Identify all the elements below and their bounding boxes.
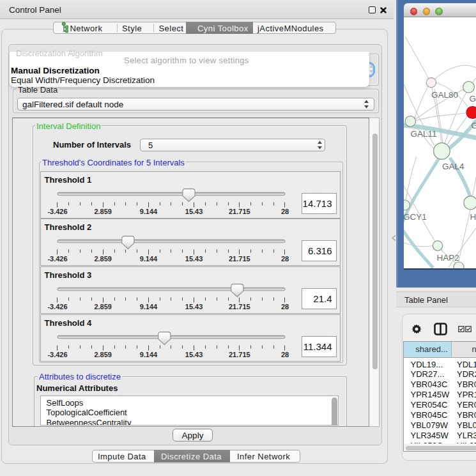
svg-text:G: G	[472, 121, 476, 130]
svg-text:21.715: 21.715	[229, 350, 250, 358]
svg-text:GAL11: GAL11	[411, 129, 437, 139]
svg-text:2.859: 2.859	[94, 207, 112, 215]
svg-text:GAL80: GAL80	[431, 90, 458, 100]
svg-text:15.43: 15.43	[185, 303, 203, 311]
svg-text:GCY1: GCY1	[404, 212, 427, 222]
svg-text:2.859: 2.859	[94, 255, 112, 263]
svg-text:-3.426: -3.426	[47, 350, 67, 358]
svg-text:9.144: 9.144	[140, 207, 158, 215]
svg-text:HAP2: HAP2	[437, 253, 459, 263]
svg-text:9.144: 9.144	[140, 303, 158, 311]
svg-text:GAL2: GAL2	[470, 94, 476, 104]
svg-text:9.144: 9.144	[140, 255, 158, 263]
svg-text:15.43: 15.43	[185, 350, 203, 358]
svg-text:15.43: 15.43	[185, 255, 203, 263]
svg-text:-3.426: -3.426	[47, 303, 67, 311]
svg-text:9.144: 9.144	[140, 350, 158, 358]
svg-text:28: 28	[281, 350, 289, 358]
svg-text:-3.426: -3.426	[47, 255, 67, 263]
svg-text:21.715: 21.715	[229, 255, 250, 263]
svg-text:2.859: 2.859	[94, 350, 112, 358]
svg-text:28: 28	[281, 255, 289, 263]
svg-text:2.859: 2.859	[94, 303, 112, 311]
svg-text:HIS7: HIS7	[470, 212, 476, 222]
svg-text:-3.426: -3.426	[47, 207, 67, 215]
svg-text:GAL4: GAL4	[442, 162, 464, 171]
svg-text:21.715: 21.715	[229, 303, 250, 311]
svg-text:28: 28	[281, 303, 289, 311]
svg-text:15.43: 15.43	[185, 207, 203, 215]
svg-text:21.715: 21.715	[229, 207, 250, 215]
svg-text:28: 28	[281, 207, 289, 215]
